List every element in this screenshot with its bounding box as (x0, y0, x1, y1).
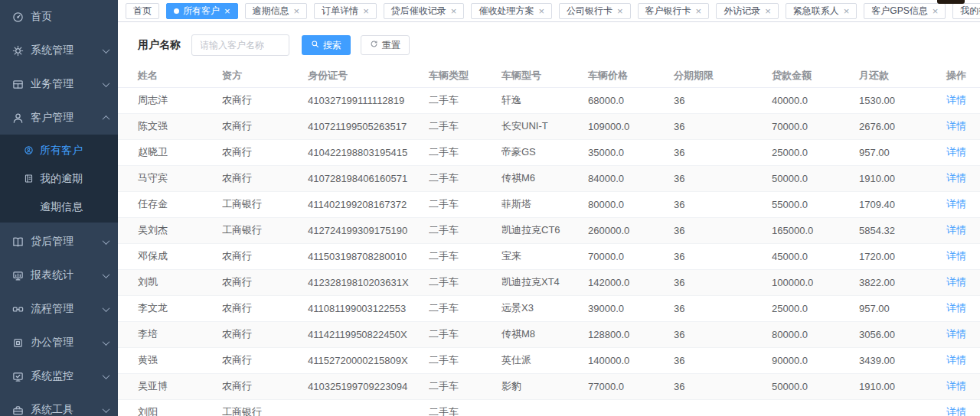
detail-link[interactable]: 详情 (946, 302, 966, 314)
table-cell: 二手车 (429, 347, 501, 373)
close-icon[interactable]: × (617, 6, 623, 16)
column-header: 姓名 (118, 64, 222, 87)
close-icon[interactable]: × (224, 6, 230, 16)
chart-icon (12, 270, 24, 281)
sidebar-item-8[interactable]: 系统监控 (0, 359, 118, 393)
sidebar-item-2[interactable]: 业务管理 (0, 67, 118, 101)
sidebar-item-5[interactable]: 报表统计 (0, 258, 118, 292)
detail-link[interactable]: 详情 (946, 120, 966, 132)
table-row: 赵晓卫农商行410422198803195415二手车帝豪GS35000.036… (118, 139, 980, 165)
table-cell (588, 399, 674, 416)
detail-link[interactable]: 详情 (946, 380, 966, 392)
grid-icon (12, 79, 24, 90)
close-icon[interactable]: × (451, 6, 457, 16)
table-cell: 80000.0 (772, 321, 859, 347)
table-cell: 3056.00 (859, 321, 943, 347)
table-cell: 二手车 (429, 139, 501, 165)
table-cell: 36 (674, 269, 772, 295)
table-cell: 二手车 (429, 399, 501, 416)
chevron-down-icon (103, 304, 110, 312)
table-cell: 25000.0 (772, 139, 859, 165)
table-cell: 410327199111112819 (308, 87, 429, 113)
sidebar-item-4[interactable]: 贷后管理 (0, 225, 118, 258)
sidebar-item-0[interactable]: 首页 (0, 0, 118, 34)
sidebar-subitem-1[interactable]: 我的逾期 (0, 164, 118, 193)
detail-link[interactable]: 详情 (946, 354, 966, 366)
table-cell: 吴亚博 (118, 373, 222, 399)
close-icon[interactable]: × (844, 6, 850, 16)
table-cell: 传祺M6 (501, 165, 588, 191)
table-cell: 二手车 (429, 113, 501, 139)
table-cell: 36 (674, 243, 772, 269)
table-cell: 80000.0 (588, 191, 674, 217)
tab-11[interactable]: 我的待办× (952, 3, 980, 19)
table-cell: 36 (674, 139, 772, 165)
table-cell-action: 详情 (943, 139, 980, 165)
sidebar-item-3[interactable]: 客户管理 (0, 101, 118, 135)
close-icon[interactable]: × (933, 6, 939, 16)
tab-0[interactable]: 首页 (126, 3, 159, 19)
tab-label: 首页 (133, 5, 152, 18)
detail-link[interactable]: 详情 (946, 328, 966, 340)
table-cell: 3822.00 (859, 269, 943, 295)
detail-link[interactable]: 详情 (946, 276, 966, 288)
search-label: 用户名称 (138, 38, 181, 52)
tab-4[interactable]: 贷后催收记录× (384, 3, 465, 19)
detail-link[interactable]: 详情 (946, 94, 966, 106)
close-icon[interactable]: × (363, 6, 369, 16)
sidebar-item-1[interactable]: 系统管理 (0, 34, 118, 67)
tab-8[interactable]: 外访记录× (716, 3, 779, 19)
close-icon[interactable]: × (294, 6, 300, 16)
tab-label: 外访记录 (724, 5, 760, 18)
table-cell: 农商行 (222, 321, 308, 347)
table-cell: 50000.0 (772, 373, 859, 399)
detail-link[interactable]: 详情 (946, 172, 966, 184)
sidebar: 首页系统管理业务管理客户管理所有客户我的逾期逾期信息贷后管理报表统计流程管理办公… (0, 0, 118, 416)
column-header: 车辆型号 (501, 64, 588, 87)
tab-9[interactable]: 紧急联系人× (786, 3, 858, 19)
detail-link[interactable]: 详情 (946, 250, 966, 262)
sidebar-subitem-2[interactable]: 逾期信息 (0, 193, 118, 221)
avatar-partial[interactable] (937, 0, 965, 4)
table-cell-action: 详情 (943, 373, 980, 399)
detail-link[interactable]: 详情 (946, 224, 966, 236)
table-cell (772, 399, 859, 416)
table-cell: 宝来 (501, 243, 588, 269)
dashboard-icon (12, 11, 24, 23)
table-cell: 36 (674, 217, 772, 243)
table-cell: 农商行 (222, 243, 308, 269)
detail-link[interactable]: 详情 (946, 406, 966, 416)
customer-name-input[interactable] (191, 34, 289, 56)
table-header: 姓名资方身份证号车辆类型车辆型号车辆价格分期期限贷款金额月还款操作 (118, 64, 980, 87)
tab-3[interactable]: 订单详情× (314, 3, 377, 19)
detail-link[interactable]: 详情 (946, 146, 966, 158)
sidebar-item-6[interactable]: 流程管理 (0, 292, 118, 326)
table-cell: 二手车 (429, 321, 501, 347)
table-cell: 传祺M8 (501, 321, 588, 347)
monitor-icon (12, 371, 24, 382)
sidebar-item-7[interactable]: 办公管理 (0, 326, 118, 359)
table-cell: 39000.0 (588, 295, 674, 321)
tab-5[interactable]: 催收处理方案× (471, 3, 552, 19)
sidebar-item-9[interactable]: 系统工具 (0, 393, 118, 416)
search-button[interactable]: 搜索 (302, 35, 351, 55)
close-icon[interactable]: × (696, 6, 702, 16)
column-header: 车辆价格 (588, 64, 674, 87)
table-cell: 411402199208167372 (308, 191, 429, 217)
close-icon[interactable]: × (765, 6, 771, 16)
tab-10[interactable]: 客户GPS信息× (864, 3, 946, 19)
reset-button[interactable]: 重置 (361, 35, 410, 55)
tab-2[interactable]: 逾期信息× (245, 3, 308, 19)
tab-7[interactable]: 客户银行卡× (638, 3, 710, 19)
table-cell: 农商行 (222, 295, 308, 321)
sidebar-subitem-label: 我的逾期 (40, 172, 83, 186)
close-icon[interactable]: × (538, 6, 544, 16)
detail-link[interactable]: 详情 (946, 198, 966, 210)
table-cell: 109000.0 (588, 113, 674, 139)
table-cell: 68000.0 (588, 87, 674, 113)
tab-1[interactable]: 所有客户× (166, 3, 238, 19)
sidebar-subitem-0[interactable]: 所有客户 (0, 136, 118, 164)
table-cell: 英仕派 (501, 347, 588, 373)
tab-6[interactable]: 公司银行卡× (559, 3, 631, 19)
sidebar-item-label: 系统管理 (31, 44, 103, 57)
